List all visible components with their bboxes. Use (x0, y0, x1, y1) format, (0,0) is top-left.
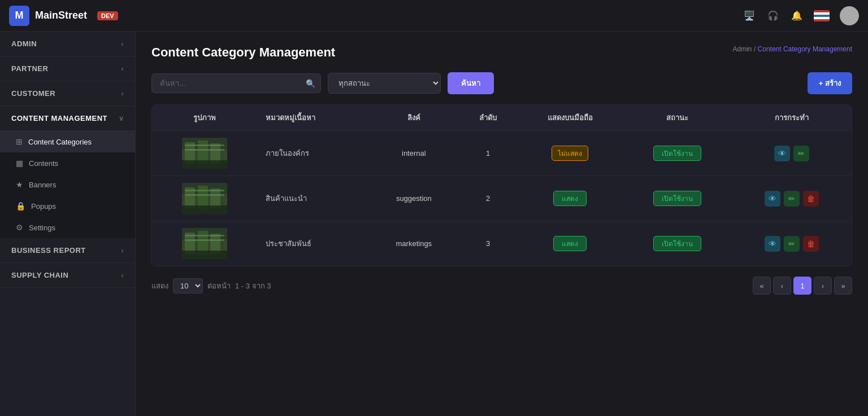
status-select[interactable]: ทุกสถานะ เปิดใช้งาน ปิดใช้งาน (328, 73, 441, 94)
show-mobile-badge: แสดง (553, 191, 587, 206)
cell-image (152, 131, 257, 176)
topnav: M MainStreet DEV 🖥️ 🎧 🔔 (0, 0, 868, 32)
sidebar-item-business-report[interactable]: BUSINESS REPORT › (0, 238, 135, 263)
row-thumbnail (182, 228, 227, 259)
table-row: ภายในองค์กรinternal1ไม่แสดงเปิดใช้งาน 👁 … (152, 131, 852, 176)
sidebar-item-partner[interactable]: PARTNER › (0, 56, 135, 81)
svg-rect-21 (182, 251, 227, 259)
monitor-icon[interactable]: 🖥️ (743, 9, 756, 23)
sidebar-subitem-label: Settings (29, 224, 55, 232)
sidebar-submenu-content: ⊞ Content Categories ▦ Contents ★ Banner… (0, 131, 135, 238)
chevron-right-icon: › (121, 247, 124, 255)
chevron-right-icon: › (121, 272, 124, 279)
status-badge: เปิดใช้งาน (653, 146, 701, 161)
page-1-button[interactable]: 1 (793, 277, 811, 295)
sidebar-label-customer: CUSTOMER (11, 89, 55, 98)
sidebar-subitem-label: Banners (29, 181, 56, 189)
breadcrumb: Admin / Content Category Management (733, 45, 852, 53)
sidebar-item-popups[interactable]: 🔒 Popups (0, 195, 135, 217)
headset-icon[interactable]: 🎧 (766, 9, 780, 23)
cell-actions: 👁 ✏🗑 (732, 176, 852, 221)
logo-area: M MainStreet DEV (9, 6, 118, 26)
delete-button[interactable]: 🗑 (803, 236, 819, 252)
sidebar-label-supply-chain: SUPPLY CHAIN (11, 271, 68, 279)
action-buttons: 👁 ✏🗑 (741, 236, 843, 252)
sidebar-subitem-label: Popups (31, 202, 56, 211)
page-title: Content Category Management (151, 45, 335, 60)
lock-icon: 🔒 (16, 202, 25, 211)
topnav-right: 🖥️ 🎧 🔔 (743, 6, 859, 25)
search-box: 🔍 (151, 73, 321, 93)
cell-link: marketings (369, 221, 458, 266)
cell-order: 2 (458, 176, 517, 221)
status-badge: เปิดใช้งาน (653, 191, 701, 206)
page-size-select[interactable]: 10 25 50 (173, 278, 203, 294)
col-actions: การกระทำ (732, 105, 852, 131)
edit-button[interactable]: ✏ (784, 236, 800, 252)
svg-rect-14 (185, 190, 224, 191)
sidebar-item-contents[interactable]: ▦ Contents (0, 152, 135, 174)
search-icon[interactable]: 🔍 (306, 79, 315, 88)
row-thumbnail (182, 183, 227, 214)
sidebar-item-admin[interactable]: ADMIN › (0, 32, 135, 56)
view-button[interactable]: 👁 (765, 236, 780, 252)
row-thumbnail (182, 138, 227, 169)
view-button[interactable]: 👁 (774, 146, 790, 161)
sidebar-label-content-management: CONTENT MANAGEMENT (11, 114, 107, 122)
col-link: ลิงค์ (369, 105, 458, 131)
cell-link: suggestion (369, 176, 458, 221)
table-row: สินค้าแนะนำsuggestion2แสดงเปิดใช้งาน 👁 ✏… (152, 176, 852, 221)
cell-order: 3 (458, 221, 517, 266)
logo-icon: M (9, 6, 29, 26)
last-page-button[interactable]: » (834, 277, 852, 295)
range-label: 1 - 3 จาก 3 (235, 280, 271, 292)
sidebar-item-content-management[interactable]: CONTENT MANAGEMENT ∨ (0, 106, 135, 131)
col-category: หมวดหมู่เนื้อหา (257, 105, 369, 131)
delete-button[interactable]: 🗑 (803, 191, 819, 207)
cell-order: 1 (458, 131, 517, 176)
data-table: รูปภาพ หมวดหมู่เนื้อหา ลิงค์ ลำดับ แสดงบ… (151, 104, 852, 266)
sidebar-item-customer[interactable]: CUSTOMER › (0, 81, 135, 106)
user-avatar[interactable] (840, 6, 859, 25)
show-mobile-badge: แสดง (553, 236, 587, 251)
action-buttons: 👁 ✏🗑 (741, 191, 843, 207)
cell-status: เปิดใช้งาน (622, 221, 732, 266)
create-button[interactable]: + สร้าง (808, 72, 852, 94)
next-page-button[interactable]: › (814, 277, 832, 295)
per-page-label: ต่อหน้า (207, 280, 231, 292)
grid-icon: ▦ (16, 159, 23, 168)
layers-icon: ⊞ (16, 137, 23, 146)
sidebar-item-settings[interactable]: ⚙ Settings (0, 217, 135, 238)
edit-button[interactable]: ✏ (793, 146, 809, 161)
col-mobile: แสดงบนมือถือ (518, 105, 622, 131)
cell-link: internal (369, 131, 458, 176)
sidebar-item-supply-chain[interactable]: SUPPLY CHAIN › (0, 263, 135, 288)
search-button[interactable]: ค้นหา (448, 72, 494, 94)
cell-category: ประชาสัมพันธ์ (257, 221, 369, 266)
view-button[interactable]: 👁 (765, 191, 780, 207)
flag-thailand-icon (814, 10, 830, 21)
sidebar-item-banners[interactable]: ★ Banners (0, 174, 135, 195)
edit-button[interactable]: ✏ (784, 191, 800, 207)
cell-status: เปิดใช้งาน (622, 176, 732, 221)
breadcrumb-base: Admin / (733, 45, 756, 53)
sidebar-subitem-label: Content Categories (28, 138, 92, 146)
star-icon: ★ (16, 180, 23, 189)
cell-actions: 👁 ✏ (732, 131, 852, 176)
col-image: รูปภาพ (152, 105, 257, 131)
cell-status: เปิดใช้งาน (622, 131, 732, 176)
first-page-button[interactable]: « (753, 277, 771, 295)
breadcrumb-current[interactable]: Content Category Management (758, 45, 852, 53)
prev-page-button[interactable]: ‹ (773, 277, 791, 295)
svg-rect-22 (185, 235, 224, 237)
svg-rect-13 (182, 205, 227, 214)
table-row: ประชาสัมพันธ์marketings3แสดงเปิดใช้งาน 👁… (152, 221, 852, 266)
pagination: แสดง 10 25 50 ต่อหน้า 1 - 3 จาก 3 « ‹ 1 … (151, 277, 852, 295)
cell-show-mobile: แสดง (518, 221, 622, 266)
sidebar-subitem-label: Contents (29, 159, 58, 168)
sidebar-item-content-categories[interactable]: ⊞ Content Categories (0, 131, 135, 152)
svg-rect-15 (185, 194, 224, 196)
chevron-down-icon: ∨ (119, 115, 124, 122)
search-input[interactable] (151, 73, 321, 93)
bell-icon[interactable]: 🔔 (790, 9, 804, 23)
